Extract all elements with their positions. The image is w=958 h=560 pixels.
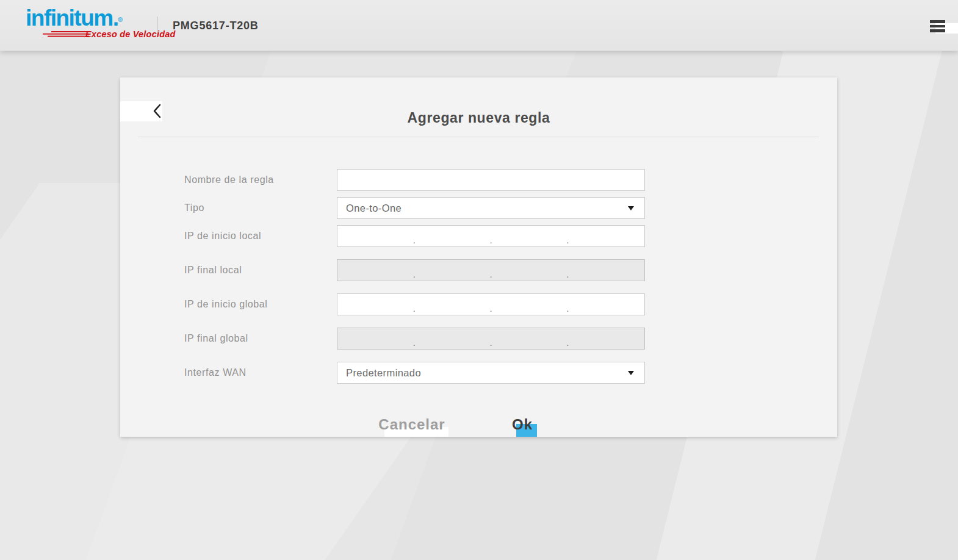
- ip-dot-separator: .: [489, 271, 493, 278]
- ip-dot-separator: .: [412, 237, 416, 243]
- global-start-ip-input[interactable]: . . .: [337, 293, 645, 315]
- form-row-wan-interface: Interfaz WAN Predeterminado: [120, 362, 837, 384]
- wan-interface-select-value: Predeterminado: [346, 362, 421, 383]
- ip-octet-input[interactable]: [491, 294, 568, 315]
- ip-dot-separator: .: [566, 271, 569, 278]
- ip-dot-separator: .: [489, 237, 493, 243]
- rule-name-label: Nombre de la regla: [184, 169, 274, 191]
- form-row-global-start-ip: IP de inicio global . . .: [120, 293, 837, 315]
- ip-dot-separator: .: [489, 340, 493, 346]
- form-row-global-end-ip: IP final global . . .: [120, 328, 837, 350]
- chevron-down-icon: [628, 206, 634, 210]
- ip-octet-input[interactable]: [414, 294, 491, 315]
- chevron-left-icon: [153, 104, 161, 118]
- ip-octet-input[interactable]: [567, 226, 644, 246]
- ip-dot-separator: .: [412, 340, 416, 346]
- hamburger-menu-icon[interactable]: [930, 20, 945, 32]
- ip-dot-separator: .: [566, 340, 569, 346]
- infinitum-logo[interactable]: infinitum.® Exceso de Velocidad: [26, 6, 148, 44]
- global-end-ip-input: . . .: [337, 328, 645, 350]
- local-end-ip-input: . . .: [337, 259, 645, 281]
- type-select[interactable]: One-to-One: [337, 197, 645, 219]
- form-row-type: Tipo One-to-One: [120, 197, 837, 219]
- type-label: Tipo: [184, 197, 204, 219]
- logo-tagline: Exceso de Velocidad: [85, 29, 176, 39]
- ip-octet-input[interactable]: [567, 294, 644, 315]
- wan-interface-label: Interfaz WAN: [184, 362, 247, 384]
- form-row-local-end-ip: IP final local . . .: [120, 259, 837, 281]
- ip-dot-separator: .: [566, 306, 569, 312]
- page-title: Agregar nueva regla: [120, 110, 837, 126]
- type-select-value: One-to-One: [346, 198, 402, 218]
- global-end-ip-label: IP final global: [184, 328, 248, 350]
- hamburger-bar: [930, 20, 945, 23]
- local-start-ip-input[interactable]: . . .: [337, 225, 645, 247]
- title-divider: [138, 137, 819, 137]
- ip-dot-separator: .: [489, 306, 493, 312]
- ip-octet-input[interactable]: [491, 226, 568, 246]
- hamburger-bar: [930, 25, 945, 28]
- ip-dot-separator: .: [412, 271, 416, 278]
- logo-wordmark: infinitum.®: [26, 6, 148, 32]
- router-model-label: PMG5617-T20B: [173, 20, 259, 32]
- ip-octet-input[interactable]: [337, 294, 414, 315]
- form-row-local-start-ip: IP de inicio local . . .: [120, 225, 837, 247]
- ip-octet-input[interactable]: [337, 226, 414, 246]
- chevron-down-icon: [628, 371, 634, 375]
- ip-dot-separator: .: [566, 237, 569, 243]
- wan-interface-select[interactable]: Predeterminado: [337, 362, 645, 384]
- ip-dot-separator: .: [412, 306, 416, 312]
- cancel-button[interactable]: Cancelar: [366, 416, 458, 433]
- local-start-ip-label: IP de inicio local: [184, 225, 261, 247]
- ok-button[interactable]: Ok: [498, 416, 547, 433]
- app-header: infinitum.® Exceso de Velocidad PMG5617-…: [0, 0, 958, 51]
- registered-mark: ®: [118, 16, 122, 23]
- form-row-rule-name: Nombre de la regla: [120, 169, 837, 191]
- ip-octet-input[interactable]: [414, 226, 491, 246]
- hamburger-bar: [930, 29, 945, 32]
- add-rule-card: Agregar nueva regla Nombre de la regla T…: [120, 77, 837, 437]
- header-divider: [157, 16, 157, 35]
- global-start-ip-label: IP de inicio global: [184, 293, 268, 315]
- back-button[interactable]: [148, 101, 165, 121]
- local-end-ip-label: IP final local: [184, 259, 242, 281]
- rule-name-input[interactable]: [337, 169, 645, 191]
